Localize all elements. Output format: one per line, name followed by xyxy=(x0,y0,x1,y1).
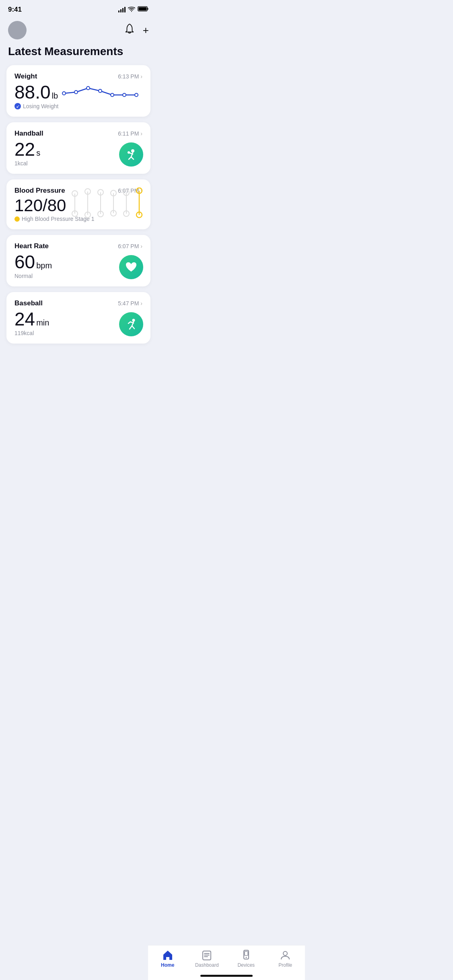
status-time: 9:41 xyxy=(8,6,22,14)
handball-title: Handball xyxy=(14,130,43,138)
battery-icon xyxy=(138,6,149,13)
hr-time: 6:07 PM › xyxy=(118,243,142,249)
weight-title: Weight xyxy=(14,72,37,80)
svg-line-14 xyxy=(131,157,134,159)
svg-line-38 xyxy=(132,326,134,329)
heart-icon-circle xyxy=(119,255,143,279)
baseball-value: 24 xyxy=(14,310,35,328)
weight-unit: lb xyxy=(52,91,58,101)
handball-time: 6:11 PM › xyxy=(118,130,142,137)
cards-container: Weight 6:13 PM › 88.0 lb ↙ Losing Weight xyxy=(0,65,157,380)
status-icons xyxy=(118,6,149,13)
hr-title: Heart Rate xyxy=(14,242,49,250)
hr-unit: bpm xyxy=(36,261,52,270)
handball-sport-icon xyxy=(119,142,143,167)
baseball-chevron: › xyxy=(140,300,142,307)
bp-dot xyxy=(14,216,20,222)
baseball-time: 5:47 PM › xyxy=(118,300,142,307)
handball-card[interactable]: Handball 6:11 PM › 22 s 1kcal xyxy=(6,122,150,174)
handball-unit: s xyxy=(36,148,40,158)
header-icons: + xyxy=(124,23,149,37)
hr-value: 60 xyxy=(14,253,35,271)
baseball-card-header: Baseball 5:47 PM › xyxy=(14,299,142,307)
baseball-title: Baseball xyxy=(14,299,43,307)
header: + xyxy=(0,17,157,45)
handball-card-header: Handball 6:11 PM › xyxy=(14,130,142,138)
blood-pressure-card[interactable]: Blood Pressure 6:07 PM › 120/80 High Blo… xyxy=(6,179,150,229)
heart-rate-card[interactable]: Heart Rate 6:07 PM › 60 bpm Normal xyxy=(6,235,150,286)
svg-point-7 xyxy=(99,89,102,93)
avatar xyxy=(8,21,27,39)
svg-line-37 xyxy=(130,326,132,329)
hr-card-header: Heart Rate 6:07 PM › xyxy=(14,242,142,250)
bp-title: Blood Pressure xyxy=(14,187,65,195)
svg-point-6 xyxy=(86,86,90,90)
weight-dot: ↙ xyxy=(14,103,21,109)
weight-sub: ↙ Losing Weight xyxy=(14,103,142,109)
baseball-unit: min xyxy=(36,318,49,327)
bp-value: 120/80 xyxy=(14,197,66,214)
svg-point-16 xyxy=(128,151,130,154)
handball-value: 22 xyxy=(14,140,35,159)
baseball-card[interactable]: Baseball 5:47 PM › 24 min 119kcal xyxy=(6,292,150,344)
hr-chevron: › xyxy=(140,243,142,249)
svg-line-40 xyxy=(128,322,130,323)
svg-point-0 xyxy=(131,11,132,12)
svg-line-13 xyxy=(129,157,131,159)
page-title: Latest Measurements xyxy=(0,45,157,65)
weight-value: 88.0 xyxy=(14,83,51,101)
svg-point-10 xyxy=(135,93,138,97)
svg-point-8 xyxy=(111,93,114,97)
add-button[interactable]: + xyxy=(143,24,149,37)
svg-rect-2 xyxy=(147,8,148,10)
weight-chart xyxy=(62,78,142,104)
svg-point-5 xyxy=(74,91,78,94)
wifi-icon xyxy=(128,6,135,13)
weight-card[interactable]: Weight 6:13 PM › 88.0 lb ↙ Losing Weight xyxy=(6,65,150,117)
notification-button[interactable] xyxy=(124,23,135,37)
svg-point-4 xyxy=(62,92,66,95)
svg-point-9 xyxy=(123,93,126,97)
signal-icon xyxy=(118,7,126,12)
handball-chevron: › xyxy=(140,130,142,137)
status-bar: 9:41 xyxy=(0,0,157,17)
bp-chart xyxy=(67,187,143,221)
svg-rect-3 xyxy=(138,7,146,10)
baseball-sport-icon xyxy=(119,312,143,336)
